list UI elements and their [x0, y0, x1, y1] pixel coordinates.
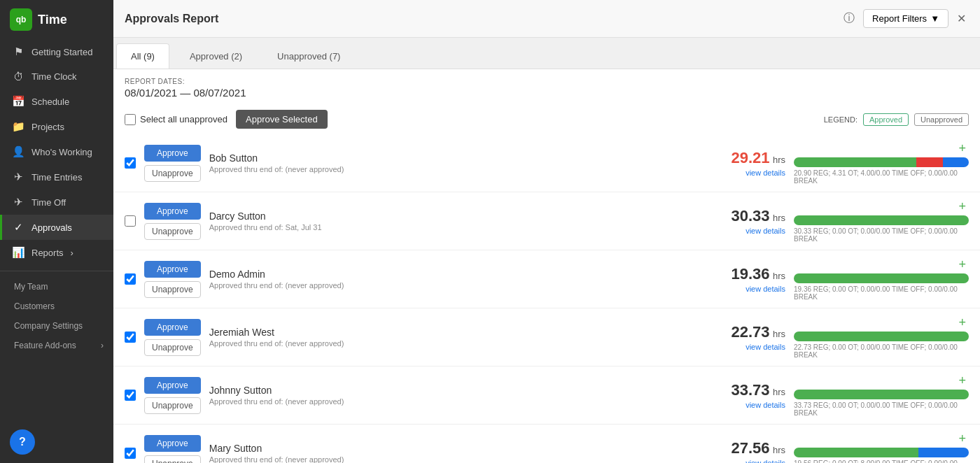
approve-button-demo-admin[interactable]: Approve: [144, 261, 201, 278]
employee-checkbox-bob-sutton[interactable]: [125, 157, 136, 169]
view-details-link[interactable]: view details: [715, 401, 785, 409]
help-icon-button[interactable]: ⓘ: [841, 8, 858, 29]
employee-status: Approved thru end of: (never approved): [209, 339, 707, 348]
bar-section-mary-sutton: + 19.56 REG; 0.00 OT; 8.00/0.00 TIME OFF…: [794, 432, 969, 463]
sidebar: qb Time ⚑ Getting Started ⏱ Time Clock 📅…: [0, 0, 113, 463]
employee-row: Approve Unapprove Demo Admin Approved th…: [113, 250, 980, 308]
hours-unit: hrs: [773, 271, 785, 281]
sidebar-label-reports: Reports: [31, 248, 64, 258]
sidebar-item-time-entries[interactable]: ✈ Time Entries: [0, 164, 113, 190]
employee-checkbox-mary-sutton[interactable]: [125, 448, 136, 459]
unapprove-button-johnny-sutton[interactable]: Unapprove: [144, 397, 201, 414]
sidebar-sub-company-settings[interactable]: Company Settings: [0, 316, 113, 336]
tab-all[interactable]: All (9): [116, 43, 169, 69]
hours-section-mary-sutton: 27.56 hrs view details: [715, 439, 785, 463]
report-dates-value: 08/01/2021 — 08/07/2021: [125, 87, 969, 99]
approve-selected-button[interactable]: Approve Selected: [236, 110, 328, 129]
hours-value: 22.73: [731, 323, 769, 341]
add-button-demo-admin[interactable]: +: [955, 257, 969, 272]
sidebar-label-projects: Projects: [31, 122, 64, 132]
add-button-darcy-sutton[interactable]: +: [955, 199, 969, 214]
approve-button-johnny-sutton[interactable]: Approve: [144, 377, 201, 394]
sidebar-item-reports[interactable]: 📊 Reports ›: [0, 240, 113, 265]
legend-approved: Approved: [863, 113, 909, 126]
sidebar-sub-customers[interactable]: Customers: [0, 297, 113, 316]
report-filters-button[interactable]: Report Filters ▼: [863, 9, 948, 28]
close-button[interactable]: ✕: [954, 9, 969, 28]
view-details-link[interactable]: view details: [715, 169, 785, 177]
employee-name: Mary Sutton: [209, 443, 707, 454]
unapprove-button-demo-admin[interactable]: Unapprove: [144, 281, 201, 298]
sidebar-item-whos-working[interactable]: 👤 Who's Working: [0, 139, 113, 164]
header-actions: ⓘ Report Filters ▼ ✕: [841, 8, 969, 29]
unapprove-button-darcy-sutton[interactable]: Unapprove: [144, 223, 201, 240]
sidebar-item-time-off[interactable]: ✈ Time Off: [0, 190, 113, 215]
employee-row: Approve Unapprove Jeremiah West Approved…: [113, 308, 980, 366]
hours-value: 30.33: [731, 207, 769, 225]
sidebar-item-schedule[interactable]: 📅 Schedule: [0, 89, 113, 114]
sidebar-nav: ⚑ Getting Started ⏱ Time Clock 📅 Schedul…: [0, 39, 113, 421]
hours-value: 33.73: [731, 381, 769, 399]
employee-checkbox-darcy-sutton[interactable]: [125, 215, 136, 227]
unapprove-button-bob-sutton[interactable]: Unapprove: [144, 165, 201, 182]
arrow-icon: ›: [71, 248, 74, 258]
sidebar-divider: [0, 271, 113, 271]
sidebar-item-projects[interactable]: 📁 Projects: [0, 114, 113, 139]
sidebar-sub-my-team[interactable]: My Team: [0, 277, 113, 297]
approve-button-bob-sutton[interactable]: Approve: [144, 145, 201, 162]
view-details-link[interactable]: view details: [715, 343, 785, 351]
hours-section-demo-admin: 19.36 hrs view details: [715, 265, 785, 293]
employee-status: Approved thru end of: (never approved): [209, 281, 707, 290]
add-button-jeremiah-west[interactable]: +: [955, 315, 969, 330]
help-button[interactable]: ?: [10, 429, 35, 455]
tab-unapproved[interactable]: Unapproved (7): [262, 43, 355, 69]
add-button-mary-sutton[interactable]: +: [955, 432, 969, 446]
row-actions-demo-admin: Approve Unapprove: [144, 261, 201, 298]
employee-status: Approved thru end of: Sat, Jul 31: [209, 223, 707, 232]
bar-section-johnny-sutton: + 33.73 REG; 0.00 OT; 0.00/0.00 TIME OFF…: [794, 373, 969, 417]
panel-title: Approvals Report: [125, 13, 218, 25]
employee-info-jeremiah-west: Jeremiah West Approved thru end of: (nev…: [209, 327, 707, 348]
bar-blue: [943, 157, 969, 167]
getting-started-icon: ⚑: [12, 45, 24, 58]
approvals-icon: ✓: [12, 221, 24, 234]
unapprove-button-jeremiah-west[interactable]: Unapprove: [144, 339, 201, 356]
select-all-checkbox[interactable]: [125, 114, 136, 125]
whos-working-icon: 👤: [12, 145, 24, 158]
view-details-link[interactable]: view details: [715, 227, 785, 235]
sidebar-label-getting-started: Getting Started: [31, 47, 92, 57]
projects-icon: 📁: [12, 120, 24, 133]
bar-green: [794, 273, 969, 283]
bar-label: 19.56 REG; 0.00 OT; 8.00/0.00 TIME OFF; …: [794, 460, 969, 463]
sidebar-sub-feature-add-ons[interactable]: Feature Add-ons›: [0, 336, 113, 355]
bar-green: [794, 157, 916, 167]
sidebar-item-approvals[interactable]: ✓ Approvals: [0, 215, 113, 240]
sidebar-item-getting-started[interactable]: ⚑ Getting Started: [0, 39, 113, 64]
approvals-panel: Approvals Report ⓘ Report Filters ▼ ✕ Al…: [113, 0, 980, 463]
employee-checkbox-jeremiah-west[interactable]: [125, 332, 136, 343]
bar-red: [916, 157, 943, 167]
legend-label: LEGEND:: [824, 115, 858, 124]
hours-unit: hrs: [773, 213, 785, 223]
employee-row: Approve Unapprove Johnny Sutton Approved…: [113, 366, 980, 425]
unapprove-button-mary-sutton[interactable]: Unapprove: [144, 455, 201, 464]
row-actions-mary-sutton: Approve Unapprove: [144, 435, 201, 464]
employee-checkbox-johnny-sutton[interactable]: [125, 390, 136, 401]
select-all-label[interactable]: Select all unapproved: [125, 114, 227, 125]
tab-approved[interactable]: Approved (2): [175, 43, 257, 69]
approve-button-darcy-sutton[interactable]: Approve: [144, 203, 201, 220]
report-dates-label: REPORT DATES:: [125, 78, 969, 85]
sidebar-item-time-clock[interactable]: ⏱ Time Clock: [0, 64, 113, 89]
approve-button-mary-sutton[interactable]: Approve: [144, 435, 201, 452]
bar-section-jeremiah-west: + 22.73 REG; 0.00 OT; 0.00/0.00 TIME OFF…: [794, 315, 969, 359]
legend-unapproved: Unapproved: [914, 113, 969, 126]
approve-button-jeremiah-west[interactable]: Approve: [144, 319, 201, 336]
view-details-link[interactable]: view details: [715, 285, 785, 293]
bar-label: 22.73 REG; 0.00 OT; 0.00/0.00 TIME OFF; …: [794, 343, 969, 359]
employee-row: Approve Unapprove Bob Sutton Approved th…: [113, 134, 980, 192]
add-button-johnny-sutton[interactable]: +: [955, 373, 969, 388]
employee-checkbox-demo-admin[interactable]: [125, 273, 136, 285]
add-button-bob-sutton[interactable]: +: [955, 141, 969, 156]
employee-name: Jeremiah West: [209, 327, 707, 338]
view-details-link[interactable]: view details: [715, 459, 785, 463]
